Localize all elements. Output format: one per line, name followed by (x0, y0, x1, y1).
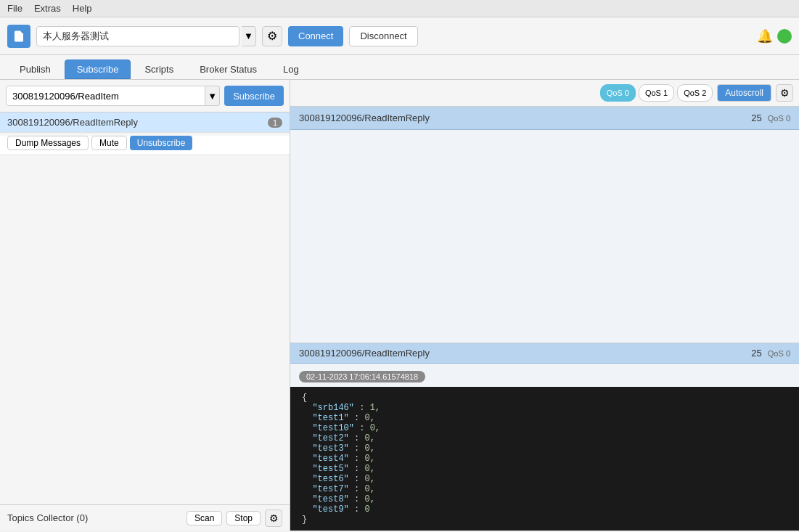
qos-bar: QoS 0 QoS 1 QoS 2 Autoscroll ⚙ (290, 80, 799, 107)
scan-button[interactable]: Scan (187, 511, 222, 525)
message-count: 25 (751, 112, 761, 123)
subscribe-bar: ▼ Subscribe (0, 80, 290, 112)
topic-input-wrap: ▼ (6, 86, 220, 106)
subscribe-button[interactable]: Subscribe (224, 86, 284, 106)
message-detail-header: 300819120096/ReadItemReply 25 QoS 0 (290, 343, 799, 364)
bell-icon: 🔔 (757, 28, 773, 44)
message-topic: 300819120096/ReadItemReply (299, 112, 751, 123)
tab-log[interactable]: Log (271, 60, 311, 79)
message-timestamp: 02-11-2023 17:06:14.61574818 (299, 371, 425, 382)
topic-input[interactable] (6, 86, 205, 106)
settings-button[interactable]: ⚙ (262, 26, 282, 46)
main-content: ▼ Subscribe 300819120096/ReadItemReply 1… (0, 80, 799, 531)
topic-dropdown-arrow[interactable]: ▼ (205, 86, 220, 106)
message-content[interactable]: { "srb146" : 1, "test1" : 0, "test10" : … (290, 387, 799, 531)
topic-item-0[interactable]: 300819120096/ReadItemReply 1 Dump Messag… (0, 112, 290, 155)
autoscroll-button[interactable]: Autoscroll (717, 84, 771, 102)
topics-collector: Topics Collector (0) Scan Stop ⚙ (0, 504, 290, 531)
qos2-button[interactable]: QoS 2 (677, 84, 713, 102)
message-panel-header: 300819120096/ReadItemReply 25 QoS 0 (290, 107, 799, 130)
qos0-button[interactable]: QoS 0 (600, 84, 636, 102)
disconnect-button[interactable]: Disconnect (349, 26, 417, 46)
collector-label: Topics Collector (0) (7, 512, 182, 523)
menubar: File Extras Help (0, 0, 799, 17)
tabbar: Publish Subscribe Scripts Broker Status … (0, 55, 799, 80)
topic-list: 300819120096/ReadItemReply 1 Dump Messag… (0, 112, 290, 504)
stop-button[interactable]: Stop (226, 511, 261, 525)
topic-actions: Dump Messages Mute Unsubscribe (0, 136, 290, 155)
message-detail: 300819120096/ReadItemReply 25 QoS 0 02-1… (290, 343, 799, 531)
message-detail-topic: 300819120096/ReadItemReply (299, 348, 751, 359)
toolbar: ▼ ⚙ Connect Disconnect 🔔 (0, 17, 799, 55)
server-input[interactable] (36, 26, 239, 46)
menu-help[interactable]: Help (73, 3, 92, 14)
menu-extras[interactable]: Extras (34, 3, 61, 14)
message-settings-button[interactable]: ⚙ (776, 84, 793, 102)
connection-status-dot (777, 29, 792, 44)
qos1-button[interactable]: QoS 1 (639, 84, 674, 102)
tab-publish[interactable]: Publish (7, 60, 63, 79)
dump-messages-button[interactable]: Dump Messages (7, 136, 89, 150)
collector-settings-button[interactable]: ⚙ (265, 510, 282, 527)
topic-name: 300819120096/ReadItemReply (7, 117, 268, 128)
tab-broker-status[interactable]: Broker Status (187, 60, 269, 79)
mute-button[interactable]: Mute (91, 136, 127, 150)
unsubscribe-button[interactable]: Unsubscribe (130, 136, 193, 150)
left-panel: ▼ Subscribe 300819120096/ReadItemReply 1… (0, 80, 290, 531)
tab-scripts[interactable]: Scripts (132, 60, 186, 79)
topic-row[interactable]: 300819120096/ReadItemReply 1 (0, 112, 290, 133)
message-qos: QoS 0 (768, 114, 790, 123)
topic-badge: 1 (268, 118, 282, 128)
status-icons: 🔔 (757, 28, 792, 44)
message-detail-qos: QoS 0 (768, 349, 790, 358)
connect-button[interactable]: Connect (288, 26, 343, 46)
menu-file[interactable]: File (7, 3, 22, 14)
right-panel: QoS 0 QoS 1 QoS 2 Autoscroll ⚙ 300819120… (290, 80, 799, 531)
qos-group: QoS 0 QoS 1 QoS 2 (600, 84, 713, 102)
tab-subscribe[interactable]: Subscribe (65, 60, 131, 79)
message-area (290, 130, 799, 343)
server-dropdown-arrow[interactable]: ▼ (242, 26, 256, 46)
app-icon (7, 25, 30, 48)
message-detail-count: 25 (751, 348, 761, 359)
